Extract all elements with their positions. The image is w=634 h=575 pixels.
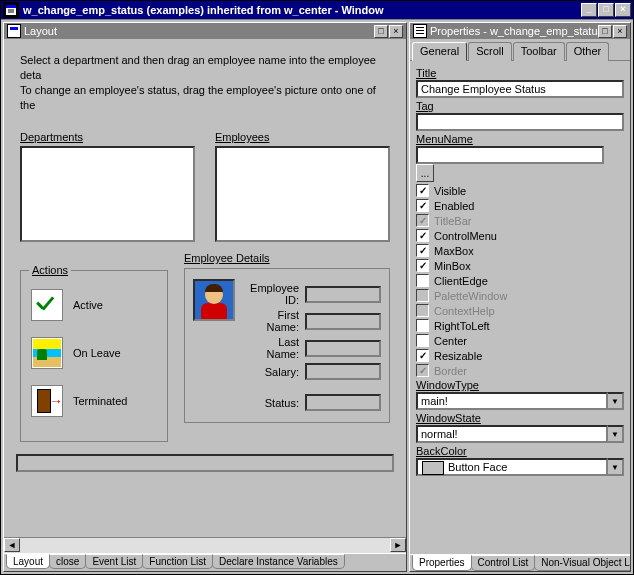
scroll-left-button[interactable]: ◄ — [4, 538, 20, 552]
scroll-track[interactable] — [20, 538, 390, 553]
checkbox-row-border: ✓Border — [416, 364, 624, 377]
menuname-browse-button[interactable]: ... — [416, 164, 434, 182]
close-button[interactable]: × — [615, 3, 631, 17]
minbox-checkbox[interactable]: ✓ — [416, 259, 429, 272]
properties-maximize-button[interactable]: □ — [598, 25, 612, 38]
action-active[interactable]: Active — [31, 289, 159, 321]
checkbox-row-righttoleft: RightToLeft — [416, 319, 624, 332]
properties-body: Title Tag MenuName ... ✓Visible✓Enabled✓… — [410, 61, 630, 554]
checkbox-row-minbox: ✓MinBox — [416, 259, 624, 272]
maxbox-checkbox[interactable]: ✓ — [416, 244, 429, 257]
tab-other[interactable]: Other — [566, 42, 610, 61]
resizable-label: Resizable — [434, 350, 482, 362]
first-name-field[interactable] — [305, 313, 381, 330]
svg-rect-0 — [6, 5, 16, 8]
action-onleave[interactable]: On Leave — [31, 337, 159, 369]
action-terminated[interactable]: Terminated — [31, 385, 159, 417]
checkbox-row-contexthelp: ContextHelp — [416, 304, 624, 317]
employee-id-field[interactable] — [305, 286, 381, 303]
controlmenu-checkbox[interactable]: ✓ — [416, 229, 429, 242]
checkbox-row-titlebar: ✓TitleBar — [416, 214, 624, 227]
action-label: Terminated — [73, 395, 127, 407]
center-checkbox[interactable] — [416, 334, 429, 347]
windowtype-value: main! — [416, 392, 608, 410]
maximize-button[interactable]: □ — [598, 3, 614, 17]
properties-close-button[interactable]: × — [613, 25, 627, 38]
terminated-icon — [31, 385, 63, 417]
righttoleft-label: RightToLeft — [434, 320, 490, 332]
windowtype-combo[interactable]: main! — [416, 392, 624, 410]
clientedge-checkbox[interactable] — [416, 274, 429, 287]
windowstate-label: WindowState — [416, 412, 624, 424]
tab-properties[interactable]: Properties — [412, 555, 472, 571]
backcolor-text: Button Face — [448, 461, 507, 473]
window-titlebar[interactable]: w_change_emp_status (examples) inherited… — [1, 1, 633, 19]
active-icon — [31, 289, 63, 321]
color-swatch-icon — [422, 461, 444, 475]
properties-panel-titlebar[interactable]: Properties - w_change_emp_status inh □ × — [410, 23, 630, 39]
windowstate-value: normal! — [416, 425, 608, 443]
enabled-checkbox[interactable]: ✓ — [416, 199, 429, 212]
palettewindow-label: PaletteWindow — [434, 290, 507, 302]
tab-layout[interactable]: Layout — [6, 554, 50, 569]
center-label: Center — [434, 335, 467, 347]
departments-label: Departments — [20, 131, 195, 143]
window-system-icon[interactable] — [3, 2, 19, 18]
employee-photo[interactable] — [193, 279, 235, 321]
layout-panel-titlebar[interactable]: Layout □ × — [4, 23, 406, 39]
minimize-button[interactable]: _ — [581, 3, 597, 17]
chevron-down-icon[interactable] — [608, 458, 624, 476]
status-label: Status: — [243, 397, 301, 409]
tab-close[interactable]: close — [49, 554, 86, 569]
instructions-text: Select a department and then drag an emp… — [20, 53, 394, 113]
windowstate-combo[interactable]: normal! — [416, 425, 624, 443]
titlebar-label: TitleBar — [434, 215, 472, 227]
status-bar — [16, 454, 394, 472]
tab-general[interactable]: General — [412, 42, 467, 61]
windowtype-label: WindowType — [416, 379, 624, 391]
controlmenu-label: ControlMenu — [434, 230, 497, 242]
tab-nonvisual-object-list[interactable]: Non-Visual Object List — [534, 555, 631, 571]
title-property-input[interactable] — [416, 80, 624, 98]
checkbox-row-resizable: ✓Resizable — [416, 349, 624, 362]
chevron-down-icon[interactable] — [608, 392, 624, 410]
departments-listbox[interactable] — [20, 146, 195, 242]
layout-bottom-tabs: Layout close Event List Function List De… — [4, 553, 406, 571]
layout-canvas[interactable]: Select a department and then drag an emp… — [4, 39, 406, 537]
client-area: Layout □ × Select a department and then … — [1, 19, 633, 574]
menuname-property-input[interactable] — [416, 146, 604, 164]
visible-checkbox[interactable]: ✓ — [416, 184, 429, 197]
salary-field[interactable] — [305, 363, 381, 380]
tab-declare-instance-variables[interactable]: Declare Instance Variables — [212, 554, 345, 569]
layout-panel: Layout □ × Select a department and then … — [3, 22, 407, 572]
last-name-label: Last Name: — [243, 336, 301, 360]
layout-hscrollbar[interactable]: ◄ ► — [4, 537, 406, 553]
employees-listbox[interactable] — [215, 146, 390, 242]
tab-scroll[interactable]: Scroll — [468, 42, 512, 61]
tab-event-list[interactable]: Event List — [85, 554, 143, 569]
chevron-down-icon[interactable] — [608, 425, 624, 443]
resizable-checkbox[interactable]: ✓ — [416, 349, 429, 362]
tag-property-label: Tag — [416, 100, 624, 112]
tab-function-list[interactable]: Function List — [142, 554, 213, 569]
tab-control-list[interactable]: Control List — [471, 555, 536, 571]
last-name-field[interactable] — [305, 340, 381, 357]
employee-details-label: Employee Details — [184, 252, 390, 264]
contexthelp-label: ContextHelp — [434, 305, 495, 317]
tag-property-input[interactable] — [416, 113, 624, 131]
layout-close-button[interactable]: × — [389, 25, 403, 38]
minbox-label: MinBox — [434, 260, 471, 272]
scroll-right-button[interactable]: ► — [390, 538, 406, 552]
actions-groupbox: Actions Active On Leave Te — [20, 270, 168, 442]
layout-maximize-button[interactable]: □ — [374, 25, 388, 38]
employee-id-label: Employee ID: — [243, 282, 301, 306]
border-label: Border — [434, 365, 467, 377]
righttoleft-checkbox[interactable] — [416, 319, 429, 332]
tab-toolbar[interactable]: Toolbar — [513, 42, 565, 61]
status-field[interactable] — [305, 394, 381, 411]
properties-tabs: General Scroll Toolbar Other — [410, 39, 630, 61]
window-title: w_change_emp_status (examples) inherited… — [23, 4, 581, 16]
layout-panel-title: Layout — [24, 25, 374, 37]
instructions-line1: Select a department and then drag an emp… — [20, 54, 376, 81]
backcolor-combo[interactable]: Button Face — [416, 458, 624, 476]
